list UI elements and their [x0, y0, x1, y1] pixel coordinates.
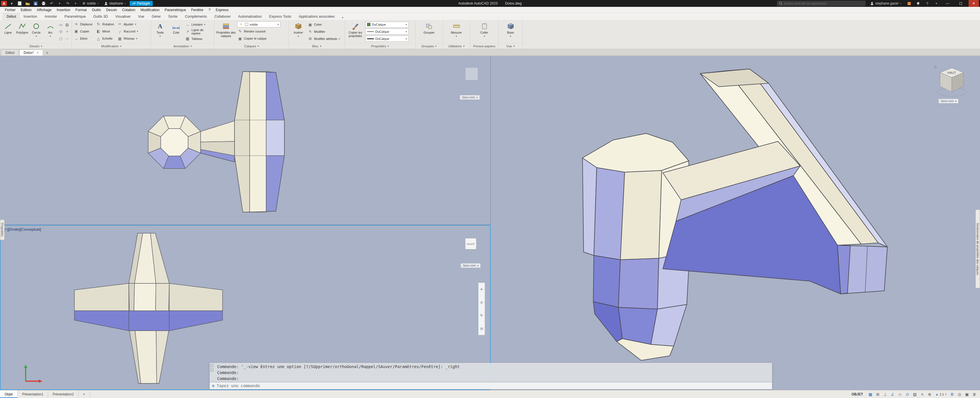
command-window-grip[interactable]	[210, 364, 215, 371]
hatch-icon[interactable]	[65, 22, 70, 27]
deplacer-button[interactable]: Déplacer	[73, 21, 93, 27]
ribbon-tab-complements[interactable]: Compléments	[181, 13, 211, 20]
ribbon-tab-sortie[interactable]: Sortie	[164, 13, 181, 20]
ribbon-tab-applications[interactable]: Applications associées	[295, 13, 338, 20]
print-icon[interactable]	[40, 0, 47, 6]
grouper-button[interactable]: Grouper	[421, 21, 437, 43]
ribbon-tab-gerer[interactable]: Gérer	[148, 13, 164, 20]
arc-button[interactable]: Arc	[44, 21, 57, 43]
copier-proprietes-button[interactable]: Copier les propriétés	[346, 21, 364, 43]
ribbon-minimize-icon[interactable]	[340, 15, 345, 20]
echelle-button[interactable]: Echelle	[95, 35, 115, 42]
open-folder-icon[interactable]	[24, 0, 31, 6]
new-drawing-tab-button[interactable]	[44, 49, 51, 56]
ribbon-tab-debut[interactable]: Début	[3, 13, 20, 20]
undo-icon[interactable]	[48, 0, 55, 6]
viewport-top-left[interactable]: Sans nom	[0, 56, 491, 225]
account-menu[interactable]: stephane.gazel	[868, 0, 903, 6]
cercle-button[interactable]: Cercle	[30, 21, 43, 43]
panel-label-dessin[interactable]: Dessin	[0, 43, 72, 49]
menu-express[interactable]: Express	[213, 7, 231, 13]
panel-label-vue[interactable]: Vue	[499, 43, 522, 49]
revision-cloud-icon[interactable]	[65, 29, 70, 33]
viewcube-icon[interactable]: HAUT	[933, 62, 970, 99]
save-icon[interactable]	[32, 0, 39, 6]
ribbon-tab-vue[interactable]: Vue	[135, 13, 148, 20]
menu-edition[interactable]: Edition	[18, 7, 34, 13]
menu-dessin[interactable]: Dessin	[103, 7, 119, 13]
file-tab-start[interactable]: Début	[1, 49, 19, 56]
menu-outils[interactable]: Outils	[89, 7, 103, 13]
isodraft-toggle-icon[interactable]	[897, 391, 904, 398]
menu-format[interactable]: Format	[73, 7, 89, 13]
texte-button[interactable]: A Texte	[153, 21, 167, 43]
polyligne-button[interactable]: Polyligne	[16, 21, 29, 43]
viewport-right-3d[interactable]: HAUT Sans nom	[491, 56, 980, 390]
menu-affichage[interactable]: Affichage	[34, 7, 54, 13]
base-button[interactable]: Base	[503, 21, 519, 43]
panel-label-calques[interactable]: Calques	[214, 43, 289, 49]
ribbon-tab-outils3d[interactable]: Outils 3D	[89, 13, 111, 20]
layer-manager-palette-tab[interactable]: Gestionnaire de propriétés des calques	[975, 210, 980, 288]
layout-tab-presentation1[interactable]: Présentation1	[18, 390, 48, 398]
raccord-button[interactable]: Raccord	[117, 28, 139, 35]
polar-toggle-icon[interactable]	[889, 391, 896, 398]
modifier-attributs-button[interactable]: Modifier attributs	[307, 35, 340, 42]
copier-button[interactable]: Copier	[73, 28, 93, 35]
workspace-gear-icon[interactable]	[949, 391, 956, 398]
new-layout-button[interactable]	[79, 390, 90, 398]
redo-caret-icon[interactable]	[72, 0, 79, 6]
rendre-courant-button[interactable]: Rendre courant	[237, 28, 280, 35]
workspace-switcher[interactable]: solide	[80, 0, 100, 6]
menu-aide[interactable]: ?	[206, 7, 213, 13]
proprietes-calques-button[interactable]: Propriétés des calques	[216, 21, 236, 43]
view-controls-tag[interactable]: Sans nom	[460, 95, 480, 100]
ligne-repere-button[interactable]: Ligne de repère	[185, 28, 213, 35]
undo-caret-icon[interactable]	[56, 0, 63, 6]
point-icon[interactable]	[59, 29, 63, 33]
panel-label-proprietes[interactable]: Propriétés	[345, 43, 415, 49]
minimize-button[interactable]	[942, 0, 953, 7]
search-input[interactable]	[784, 2, 864, 5]
share-button[interactable]: Partager	[130, 1, 153, 6]
menu-fenetre[interactable]: Fenêtre	[189, 7, 206, 13]
lineweight-dropdown[interactable]: DuCalque	[365, 36, 409, 41]
dynamic-ucs-toggle-icon[interactable]	[926, 391, 933, 398]
clean-screen-icon[interactable]	[964, 391, 970, 398]
app-store-icon[interactable]	[906, 0, 912, 6]
panel-label-bloc[interactable]: Bloc	[289, 43, 345, 49]
viewcube-icon[interactable]: HAUT	[465, 238, 476, 250]
ribbon-tab-annoter[interactable]: Annoter	[41, 13, 61, 20]
ortho-toggle-icon[interactable]	[882, 391, 889, 398]
modifier-bloc-button[interactable]: Modifier	[307, 28, 340, 35]
help-icon[interactable]	[924, 0, 931, 6]
ribbon-tab-insertion[interactable]: Insertion	[20, 13, 41, 20]
tableau-button[interactable]: Tableau	[185, 35, 213, 42]
profile-chip[interactable]: stephane	[102, 0, 128, 6]
ribbon-tab-express-tools[interactable]: Express Tools	[265, 13, 295, 20]
orbit-icon[interactable]	[480, 313, 483, 317]
panel-label-annotation[interactable]: Annotation	[151, 43, 214, 49]
osnap-toggle-icon[interactable]	[904, 391, 911, 398]
menu-insertion[interactable]: Insertion	[54, 7, 73, 13]
menu-modification[interactable]: Modification	[138, 7, 162, 13]
coller-button[interactable]: Coller	[476, 21, 492, 43]
layout-tab-objet[interactable]: Objet	[0, 390, 18, 398]
copier-calque-button[interactable]: Copier le calque	[237, 35, 280, 42]
transparency-toggle-icon[interactable]	[911, 391, 918, 398]
ribbon-tab-collaborer[interactable]: Collaborer	[211, 13, 234, 20]
panel-label-modification[interactable]: Modification	[72, 43, 151, 49]
help-caret-icon[interactable]	[933, 0, 940, 6]
etirer-button[interactable]: Etirer	[73, 35, 93, 42]
panel-label-groupes[interactable]: Groupes	[415, 43, 442, 49]
pan-icon[interactable]	[480, 287, 483, 291]
customize-icon[interactable]	[212, 384, 214, 388]
color-dropdown[interactable]: DuCalque	[365, 22, 409, 28]
autocad-logo-icon[interactable]: A	[1, 1, 7, 6]
restore-button[interactable]	[956, 0, 966, 7]
zoom-icon[interactable]	[480, 301, 483, 304]
redo-icon[interactable]	[64, 0, 71, 6]
customization-menu-icon[interactable]	[971, 391, 978, 398]
more-tools-icon[interactable]	[65, 37, 70, 41]
annotation-scale-chip[interactable]: 1:1	[934, 393, 948, 396]
